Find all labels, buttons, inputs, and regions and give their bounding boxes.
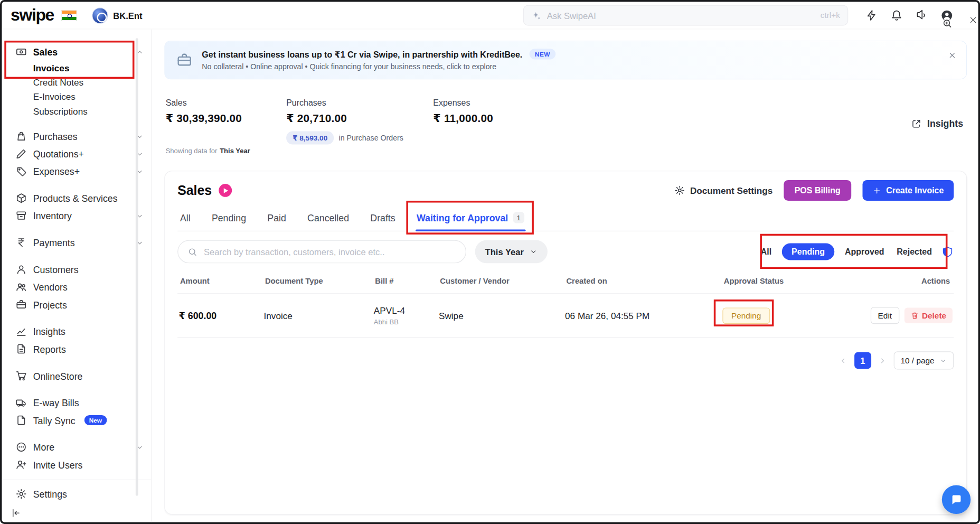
tab-label: Waiting for Approval xyxy=(417,212,508,223)
sales-title: Sales xyxy=(177,183,232,198)
sidebar-item-credit-notes[interactable]: Credit Notes xyxy=(2,75,152,89)
page-number[interactable]: 1 xyxy=(854,352,871,369)
tally-sync-icon xyxy=(16,415,27,426)
onlinestore-icon xyxy=(16,370,27,381)
sidebar-item-label: Tally Sync xyxy=(33,415,76,425)
sidebar-item-invite-users[interactable]: Invite Users xyxy=(2,456,152,473)
sidebar-item-label: Reports xyxy=(33,343,66,354)
expenses-stat-value: ₹ 11,000.00 xyxy=(433,112,493,125)
transaction-search-input[interactable] xyxy=(204,247,456,257)
sidebar-scrollbar[interactable] xyxy=(136,38,138,495)
create-invoice-button[interactable]: Create Invoice xyxy=(862,180,954,201)
sidebar-item-label: E-Invoices xyxy=(33,91,76,101)
insights-link[interactable]: Insights xyxy=(911,118,963,129)
sidebar-item-customers[interactable]: Customers xyxy=(2,261,152,278)
period-filter-button[interactable]: This Year xyxy=(475,240,548,264)
announcements-icon[interactable] xyxy=(916,10,927,21)
inventory-icon xyxy=(16,210,27,221)
sidebar-gap xyxy=(2,358,152,367)
delete-button[interactable]: Delete xyxy=(904,307,953,323)
bolt-icon[interactable] xyxy=(865,10,877,21)
vendors-icon xyxy=(16,282,27,293)
reports-icon xyxy=(16,343,27,354)
sidebar-item-purchases[interactable]: Purchases xyxy=(2,127,152,145)
sidebar-item-quotations[interactable]: Quotations+ xyxy=(2,145,152,163)
ask-swipeai-input[interactable] xyxy=(547,11,815,21)
sidebar-nav: SalesInvoicesCredit NotesE-InvoicesSubsc… xyxy=(2,43,152,503)
sidebar-item-e-invoices[interactable]: E-Invoices xyxy=(2,89,152,104)
tab-all[interactable]: All xyxy=(179,205,192,230)
sidebar: SalesInvoicesCredit NotesE-InvoicesSubsc… xyxy=(2,30,152,522)
sidebar-gap xyxy=(2,385,152,394)
tab-cancelled[interactable]: Cancelled xyxy=(306,205,351,230)
sidebar-gap xyxy=(2,313,152,323)
briefcase-icon xyxy=(176,52,193,68)
status-filter-rejected[interactable]: Rejected xyxy=(895,243,934,260)
sidebar-item-payments[interactable]: Payments xyxy=(2,234,152,251)
sidebar-item-label: Settings xyxy=(33,489,67,499)
sidebar-item-invoices[interactable]: Invoices xyxy=(2,61,152,75)
projects-icon xyxy=(16,299,27,310)
company-logo xyxy=(92,7,108,24)
customer-cell: Swipe xyxy=(439,311,565,321)
invoice-row[interactable]: ₹ 600.00InvoiceAPVL-4Abhi BBSwipe06 Mar … xyxy=(177,294,954,338)
status-filter-all[interactable]: All xyxy=(759,243,774,260)
invoices-table: AmountDocument TypeBill #Customer / Vend… xyxy=(177,271,954,338)
quotations-icon xyxy=(16,148,27,160)
tab-drafts[interactable]: Drafts xyxy=(369,205,397,230)
status-filter-pending[interactable]: Pending xyxy=(782,243,834,260)
approval-status-cell: Pending xyxy=(722,307,855,324)
sales-card: Sales Document Settings POS Billing xyxy=(164,171,967,514)
sidebar-gap xyxy=(2,224,152,234)
sidebar-gap xyxy=(2,429,152,438)
settings-icon xyxy=(16,488,27,499)
showing-prefix: Showing data for xyxy=(166,147,218,154)
tab-label: Cancelled xyxy=(307,212,349,223)
sidebar-item-e-way-bills[interactable]: E-way Bills xyxy=(2,394,152,411)
sidebar-item-expenses[interactable]: Expenses+ xyxy=(2,163,152,180)
document-settings-button[interactable]: Document Settings xyxy=(674,185,772,195)
play-video-icon[interactable] xyxy=(219,184,232,197)
swipe-logo[interactable]: swipe xyxy=(11,7,54,24)
support-chat-button[interactable] xyxy=(942,485,970,514)
approval-shield-icon[interactable] xyxy=(941,246,954,258)
insights-icon xyxy=(16,326,27,337)
sidebar-item-projects[interactable]: Projects xyxy=(2,296,152,313)
tab-pending[interactable]: Pending xyxy=(211,205,248,230)
edit-button[interactable]: Edit xyxy=(870,307,899,324)
sidebar-item-insights[interactable]: Insights xyxy=(2,323,152,340)
sidebar-item-sales[interactable]: Sales xyxy=(2,43,152,61)
status-filter-approved[interactable]: Approved xyxy=(843,243,886,260)
tab-label: All xyxy=(180,212,191,223)
previous-page-icon[interactable] xyxy=(838,356,847,365)
sidebar-item-vendors[interactable]: Vendors xyxy=(2,278,152,296)
sidebar-item-onlinestore[interactable]: OnlineStore xyxy=(2,367,152,385)
purchase-orders-text: in Purchase Orders xyxy=(339,134,403,143)
sidebar-item-label: Sales xyxy=(33,46,58,57)
sidebar-item-label: Invoices xyxy=(33,63,70,73)
banner-close-icon[interactable] xyxy=(948,51,956,59)
notifications-bell-icon[interactable] xyxy=(891,10,902,21)
sidebar-collapse-button[interactable] xyxy=(11,508,21,518)
tab-paid[interactable]: Paid xyxy=(266,205,287,230)
tab-waiting-for-approval[interactable]: Waiting for Approval1 xyxy=(416,205,526,230)
sidebar-item-settings[interactable]: Settings xyxy=(2,485,152,503)
payments-icon xyxy=(16,237,27,248)
transaction-search[interactable] xyxy=(177,240,466,264)
pos-billing-button[interactable]: POS Billing xyxy=(784,180,851,201)
page-size-select[interactable]: 10 / page xyxy=(893,351,954,369)
sidebar-gap xyxy=(2,180,152,190)
company-switcher[interactable]: BK.Ent xyxy=(92,7,142,24)
sidebar-item-tally-sync[interactable]: Tally SyncNew xyxy=(2,411,152,429)
ask-swipeai-search[interactable]: ctrl+k xyxy=(523,5,849,25)
sidebar-item-more[interactable]: More xyxy=(2,438,152,456)
next-page-icon[interactable] xyxy=(878,356,887,365)
sidebar-item-subscriptions[interactable]: Subscriptions xyxy=(2,104,152,118)
sidebar-item-products-services[interactable]: Products & Services xyxy=(2,190,152,207)
sidebar-item-inventory[interactable]: Inventory xyxy=(2,207,152,224)
loan-promo-banner[interactable]: Get instant business loans up to ₹1 Cr v… xyxy=(164,41,967,79)
invoice-status-tabs: AllPendingPaidCancelledDraftsWaiting for… xyxy=(177,205,954,231)
sidebar-item-label: More xyxy=(33,442,54,452)
sidebar-item-reports[interactable]: Reports xyxy=(2,340,152,358)
bill-number-cell: APVL-4Abhi BB xyxy=(374,305,439,325)
